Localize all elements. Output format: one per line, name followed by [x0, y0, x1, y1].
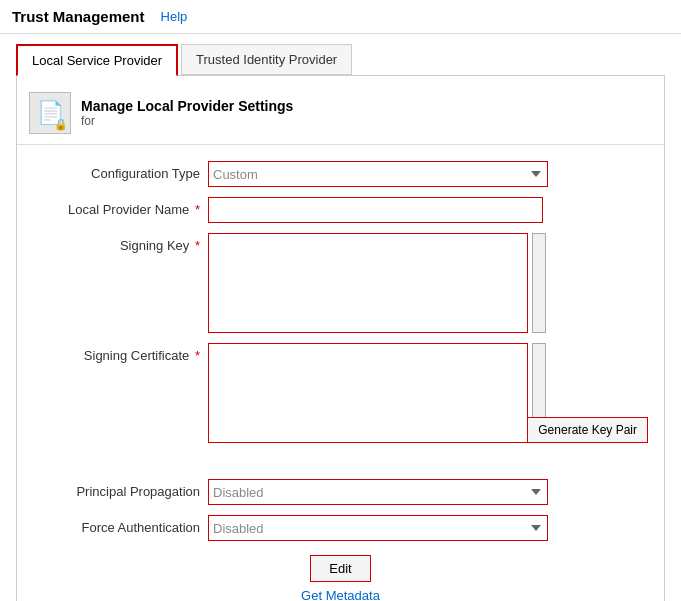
- signing-key-required-star: *: [191, 238, 200, 253]
- panel-header-title: Manage Local Provider Settings: [81, 98, 293, 114]
- config-type-row: Configuration Type Custom Standard: [33, 161, 648, 187]
- local-provider-name-control: [208, 197, 648, 223]
- form-area: Configuration Type Custom Standard Local…: [17, 155, 664, 601]
- signing-cert-control: Generate Key Pair: [208, 343, 648, 443]
- force-authentication-select[interactable]: Disabled Enabled: [208, 515, 548, 541]
- principal-propagation-select[interactable]: Disabled Enabled: [208, 479, 548, 505]
- signing-key-row: Signing Key *: [33, 233, 648, 333]
- panel-icon: 📄 🔒: [29, 92, 71, 134]
- app-title: Trust Management: [12, 8, 145, 25]
- bottom-actions: Edit Get Metadata: [33, 551, 648, 601]
- config-type-label: Configuration Type: [33, 161, 208, 181]
- help-link[interactable]: Help: [161, 9, 188, 24]
- tab-local-service-provider[interactable]: Local Service Provider: [16, 44, 178, 76]
- lock-icon: 🔒: [54, 118, 68, 131]
- generate-key-pair-button[interactable]: Generate Key Pair: [527, 417, 648, 443]
- config-type-control: Custom Standard: [208, 161, 648, 187]
- local-provider-name-input[interactable]: [208, 197, 543, 223]
- principal-propagation-label: Principal Propagation: [33, 479, 208, 499]
- force-authentication-row: Force Authentication Disabled Enabled: [33, 515, 648, 541]
- edit-button[interactable]: Edit: [310, 555, 370, 582]
- top-bar: Trust Management Help: [0, 0, 681, 34]
- local-provider-name-row: Local Provider Name *: [33, 197, 648, 223]
- tab-trusted-identity-provider[interactable]: Trusted Identity Provider: [181, 44, 352, 75]
- signing-key-control: [208, 233, 648, 333]
- force-authentication-control: Disabled Enabled: [208, 515, 648, 541]
- signing-key-textarea-row: [208, 233, 648, 333]
- signing-cert-row: Signing Certificate * Generate Key Pair: [33, 343, 648, 443]
- principal-propagation-control: Disabled Enabled: [208, 479, 648, 505]
- signing-key-textarea[interactable]: [208, 233, 528, 333]
- signing-cert-required-star: *: [191, 348, 200, 363]
- panel-header: 📄 🔒 Manage Local Provider Settings for: [17, 86, 664, 145]
- local-provider-name-label: Local Provider Name *: [33, 197, 208, 217]
- config-type-select[interactable]: Custom Standard: [208, 161, 548, 187]
- signing-key-label: Signing Key *: [33, 233, 208, 253]
- panel: 📄 🔒 Manage Local Provider Settings for C…: [16, 76, 665, 601]
- required-star: *: [191, 202, 200, 217]
- signing-cert-textarea[interactable]: [208, 343, 528, 443]
- force-authentication-label: Force Authentication: [33, 515, 208, 535]
- panel-header-text: Manage Local Provider Settings for: [81, 98, 293, 128]
- get-metadata-link[interactable]: Get Metadata: [33, 588, 648, 601]
- tabs-row: Local Service Provider Trusted Identity …: [16, 44, 665, 76]
- signing-key-scrollbar: [532, 233, 546, 333]
- content-area: Local Service Provider Trusted Identity …: [0, 34, 681, 601]
- panel-header-sub: for: [81, 114, 293, 128]
- signing-cert-label: Signing Certificate *: [33, 343, 208, 363]
- principal-propagation-row: Principal Propagation Disabled Enabled: [33, 479, 648, 505]
